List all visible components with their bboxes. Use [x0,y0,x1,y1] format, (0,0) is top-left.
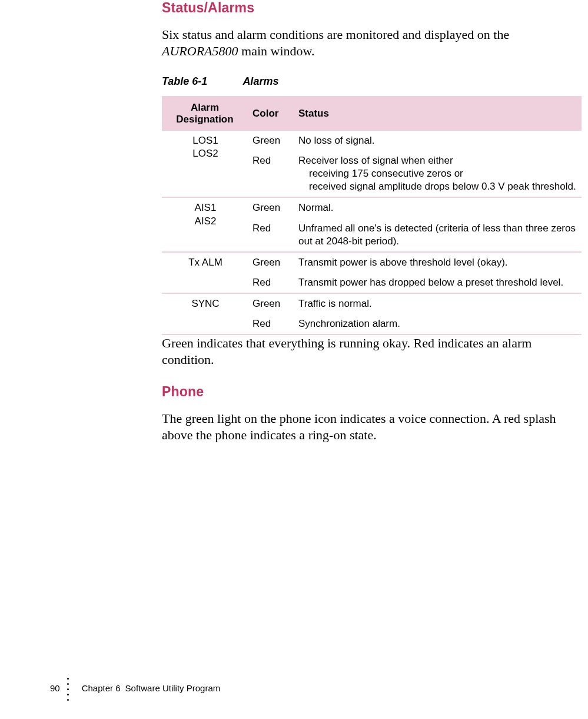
cell-designation: AIS1 AIS2 [162,198,248,251]
status-main: Receiver loss of signal when either [298,155,453,166]
cell-color: Green [248,253,294,273]
cell-status: Synchronization alarm. [294,314,582,334]
cell-status: Unframed all one's is detected (criteria… [294,218,582,252]
footer-chapter: Chapter 6 [82,683,121,693]
phone-paragraph: The green light on the phone icon indica… [162,410,580,443]
cell-color: Red [248,314,294,334]
cell-status: No loss of signal. [294,131,582,151]
cell-status: Transmit power has dropped below a prese… [294,273,582,293]
th-designation: Alarm Designation [162,96,248,131]
th-status: Status [294,96,582,131]
table-caption: Table 6-1Alarms [162,75,580,88]
alarms-table: Alarm Designation Color Status LOS1 LOS2… [162,96,582,335]
content-column: Status/Alarms Six status and alarm condi… [162,0,580,459]
status-sub: receiving 175 consecutive zeros or [298,167,578,180]
intro-text-a: Six status and alarm conditions are moni… [162,27,509,42]
page-footer: 90 Chapter 6 Software Utility Program [50,675,220,701]
footer-title: Software Utility Program [125,683,221,693]
table-row: Tx ALM Green Transmit power is above thr… [162,253,582,273]
cell-designation: LOS1 LOS2 [162,131,248,197]
cell-status: Normal. [294,198,582,218]
dots-icon [67,676,69,703]
heading-phone: Phone [162,384,580,400]
page-number: 90 [50,683,60,693]
table-row: AIS1 AIS2 Green Normal. [162,198,582,218]
cell-status: Transmit power is above threshold level … [294,253,582,273]
cell-designation: SYNC [162,294,248,334]
table-row: SYNC Green Traffic is normal. [162,294,582,314]
cell-designation: Tx ALM [162,253,248,293]
heading-status-alarms: Status/Alarms [162,0,580,16]
cell-color: Red [248,151,294,197]
intro-text-b: main window. [238,44,315,58]
table-header-row: Alarm Designation Color Status [162,96,582,131]
cell-color: Green [248,131,294,151]
cell-status: Receiver loss of signal when either rece… [294,151,582,197]
page: Status/Alarms Six status and alarm condi… [0,0,588,719]
cell-color: Green [248,294,294,314]
intro-product-name: AURORA5800 [162,44,238,58]
intro-paragraph: Six status and alarm conditions are moni… [162,26,580,59]
cell-status: Traffic is normal. [294,294,582,314]
cell-color: Red [248,218,294,252]
th-color: Color [248,96,294,131]
table-row: LOS1 LOS2 Green No loss of signal. [162,131,582,151]
th-designation-l1: Alarm [191,102,219,113]
th-designation-l2: Designation [176,114,233,125]
table-number: Table 6-1 [162,75,207,87]
table-title: Alarms [242,75,278,87]
cell-color: Red [248,273,294,293]
after-table-paragraph: Green indicates that everything is runni… [162,335,580,367]
status-sub: received signal amplitude drops below 0.… [298,180,578,193]
cell-color: Green [248,198,294,218]
